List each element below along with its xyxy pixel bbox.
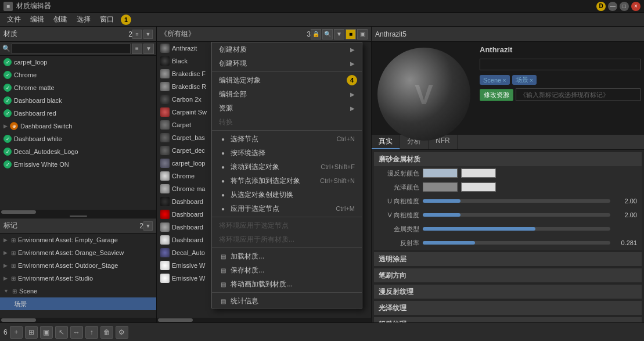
- prop-section-clearcoat: 透明涂层: [374, 252, 642, 266]
- ctx-load-mat[interactable]: ▤ 加载材质...: [212, 249, 362, 263]
- list-item[interactable]: ✓ Chrome matte: [0, 81, 156, 94]
- prop-section-header-main[interactable]: 磨砂金属材质: [374, 152, 642, 166]
- tool-select[interactable]: ↖: [55, 326, 68, 339]
- left-scrollbar-h[interactable]: [0, 210, 156, 214]
- left-panel-ctrl-2[interactable]: ▼: [143, 30, 153, 39]
- prop-slider-rough-u[interactable]: [423, 199, 610, 203]
- remove-tag-scene-zh[interactable]: ×: [530, 77, 533, 84]
- prop-section-title-gloss-tex: 光泽纹理: [379, 303, 637, 313]
- win-btn-min[interactable]: —: [608, 2, 617, 11]
- menu-window[interactable]: 窗口: [95, 13, 118, 26]
- remove-tag-scene[interactable]: ×: [502, 77, 506, 84]
- list-item[interactable]: ▶ ⊞ Environment Asset: Orange_Seaview: [0, 246, 156, 259]
- list-item[interactable]: ▼ ⊞ Scene: [0, 285, 156, 297]
- ctx-resource[interactable]: 资源 ▶: [212, 101, 362, 115]
- tag-scene-zh[interactable]: 场景 ×: [512, 75, 537, 85]
- search-input[interactable]: [12, 44, 131, 54]
- view-btn-1[interactable]: ≡: [132, 44, 142, 54]
- notes-input[interactable]: 《输入新标记或选择现有标记》: [516, 88, 641, 101]
- prop-color-gloss-2[interactable]: [461, 182, 496, 192]
- win-btn-max[interactable]: □: [620, 2, 629, 11]
- win-btn-d[interactable]: D: [596, 2, 606, 11]
- ctx-edit-all[interactable]: 编辑全部 ▶: [212, 87, 362, 101]
- ctx-stats[interactable]: ▤ 统计信息: [212, 294, 362, 308]
- ctx-apply-env-selected[interactable]: 将环境应用于选定节点: [212, 218, 362, 232]
- list-item[interactable]: ▶ ⊞ Environment Asset: Outdoor_Stage: [0, 259, 156, 272]
- list-item[interactable]: ✓ carpet_loop: [0, 56, 156, 69]
- prop-slider-metal-type[interactable]: [423, 227, 610, 231]
- menu-select[interactable]: 选择: [72, 13, 95, 26]
- mat-preview-thumb: [160, 248, 170, 257]
- menu-create[interactable]: 创建: [49, 13, 72, 26]
- menu-edit[interactable]: 编辑: [26, 13, 49, 26]
- list-item[interactable]: ✓ Dashboard white: [0, 132, 156, 145]
- ctx-apply-env-all[interactable]: 将环境应用于所有材质...: [212, 232, 362, 246]
- ctx-add-to-selected[interactable]: ● 将节点添加到选定对象 Ctrl+Shift+N: [212, 174, 362, 188]
- tool-settings[interactable]: ⚙: [116, 326, 128, 339]
- expand-icon: ▼: [3, 288, 9, 294]
- prop-slider-reflectivity[interactable]: [423, 241, 610, 245]
- tool-move[interactable]: ↔: [70, 326, 83, 339]
- prop-row-reflectivity: 反射率 0.281: [374, 236, 642, 250]
- tool-up[interactable]: ↑: [85, 326, 98, 339]
- list-item[interactable]: ✓ Emissive White ON: [0, 158, 156, 171]
- mid-scrollbar-h[interactable]: [157, 318, 371, 322]
- ctx-apply-to-node[interactable]: ● 应用于选定节点 Ctrl+M: [212, 202, 362, 216]
- ctx-add-icon: ●: [219, 177, 227, 185]
- list-item[interactable]: ✓ Chrome: [0, 69, 156, 81]
- right-panel-header: Anthrazit 5: [372, 27, 644, 42]
- ctx-create-env[interactable]: 创建环境 ▶: [212, 56, 362, 70]
- material-name-input[interactable]: [480, 59, 641, 70]
- prop-color-gloss[interactable]: [423, 182, 458, 192]
- ctx-create-switch[interactable]: ● 从选定对象创建切换: [212, 188, 362, 202]
- tool-group[interactable]: ▣: [40, 326, 53, 339]
- prop-section-header-rough-tex[interactable]: 粗糙纹理: [374, 317, 642, 322]
- mid-ctrl-search[interactable]: 🔍: [322, 29, 333, 40]
- ctx-switch-icon: ●: [219, 191, 227, 199]
- view-btn-2[interactable]: ▼: [143, 44, 154, 54]
- menu-badge: 1: [121, 15, 131, 25]
- list-item[interactable]: ✓ Dashboard red: [0, 107, 156, 120]
- tags-panel: 标记 2 ▼ ▶ ⊞ Environment Asset: Empty_Gara…: [0, 218, 156, 322]
- tags-ctrl[interactable]: ▼: [143, 221, 153, 231]
- list-item[interactable]: ▶ ⊞ Environment Asset: Empty_Garage: [0, 234, 156, 246]
- ctx-save-mat[interactable]: ▤ 保存材质...: [212, 263, 362, 277]
- list-item[interactable]: ✓ Decal_Autodesk_Logo: [0, 145, 156, 158]
- mid-ctrl-filter[interactable]: ▼: [334, 29, 344, 40]
- list-item[interactable]: ✓ Dashboard black: [0, 94, 156, 107]
- prop-slider-track: [423, 241, 475, 245]
- mid-panel-controls: 🔒 🔍 ▼ ■ ▣: [311, 29, 368, 40]
- prop-slider-rough-v[interactable]: [423, 213, 610, 217]
- list-item[interactable]: ▶ ⊞ Environment Asset: Studio: [0, 272, 156, 285]
- left-panel-ctrl-1[interactable]: ≡: [132, 30, 142, 39]
- ctx-edit-selected[interactable]: 编辑选定对象 ▶ 4: [212, 73, 362, 87]
- tags-panel-title: 标记: [3, 221, 139, 231]
- tags-scrollbar-h[interactable]: [0, 318, 156, 322]
- prop-section-header-diffuse-tex[interactable]: 漫反射纹理: [374, 285, 642, 299]
- prop-section-header-clearcoat[interactable]: 透明涂层: [374, 252, 642, 266]
- prop-section-header-gloss-tex[interactable]: 光泽纹理: [374, 301, 642, 315]
- ctx-scroll-to[interactable]: ● 滚动到选定对象 Ctrl+Shift+F: [212, 160, 362, 174]
- ctx-convert[interactable]: 转换: [212, 115, 362, 129]
- tab-real[interactable]: 真实: [372, 135, 400, 149]
- tag-scene[interactable]: Scene ×: [480, 75, 510, 85]
- ctx-select-node[interactable]: ● 选择节点 Ctrl+N: [212, 132, 362, 146]
- ctx-load-anim[interactable]: ▤ 将动画加载到材质...: [212, 277, 362, 291]
- tool-add[interactable]: ＋: [10, 326, 23, 339]
- prop-color-diffuse[interactable]: [423, 168, 458, 178]
- tool-delete[interactable]: 🗑: [100, 326, 113, 339]
- mid-ctrl-view1[interactable]: ■: [346, 29, 356, 40]
- win-btn-close[interactable]: ×: [631, 2, 641, 11]
- tags-panel-controls: ▼: [143, 221, 153, 231]
- tool-duplicate[interactable]: ⊞: [25, 326, 38, 339]
- mid-ctrl-view2[interactable]: ▣: [357, 29, 368, 40]
- mid-ctrl-lock[interactable]: 🔒: [311, 29, 321, 40]
- modify-resource-button[interactable]: 修改资源: [480, 89, 513, 101]
- ctx-select-env[interactable]: ● 按环境选择: [212, 146, 362, 160]
- ctx-create-material[interactable]: 创建材质 ▶: [212, 42, 362, 56]
- prop-section-header-brush[interactable]: 笔刷方向: [374, 268, 642, 282]
- list-item[interactable]: 场景: [0, 297, 156, 310]
- list-item[interactable]: ▶ ⊕ Dashboard Switch: [0, 120, 156, 132]
- menu-file[interactable]: 文件: [2, 13, 26, 26]
- prop-color-diffuse-2[interactable]: [461, 168, 496, 178]
